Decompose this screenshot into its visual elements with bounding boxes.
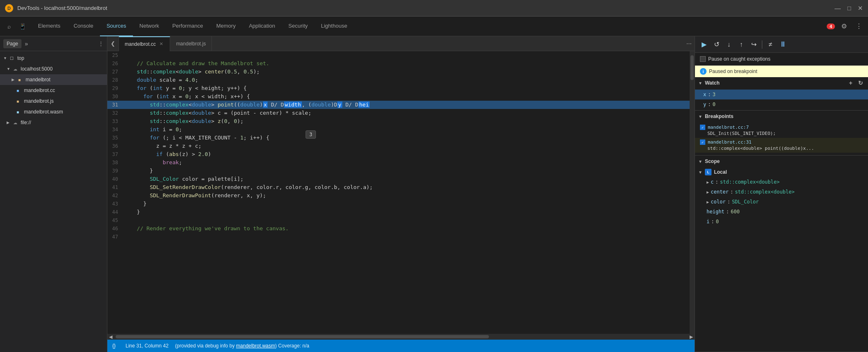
horizontal-scrollbar[interactable]: ◀ ▶	[107, 334, 695, 340]
info-icon: i	[700, 68, 707, 75]
table-row: 27 std::complex<double> center(0.5, 0.5)…	[107, 68, 690, 76]
format-icon[interactable]: ⋯	[683, 36, 695, 51]
scope-var-name: i	[707, 219, 709, 224]
close-button[interactable]: ✕	[858, 5, 863, 12]
bp-code-1: SDL_Init(SDL_INIT_VIDEO);	[700, 131, 863, 136]
step-over-button[interactable]: ↺	[711, 39, 722, 50]
chevron-down-icon: ▼	[698, 159, 702, 164]
scope-local-label: Local	[714, 169, 727, 175]
tree-item-mandelbrot-wasm[interactable]: ■ mandelbrot.wasm	[0, 106, 107, 117]
scope-item-c[interactable]: ▶ c : std::complex<double>	[695, 177, 868, 187]
pause-exceptions-section: Pause on caught exceptions	[695, 53, 868, 66]
table-row: 39 }	[107, 167, 690, 175]
close-tab-cc-icon[interactable]: ✕	[158, 41, 164, 47]
more-options-icon[interactable]: ⋮	[853, 21, 865, 32]
refresh-watch-icon[interactable]: ↻	[856, 80, 865, 86]
scope-var-name: height	[707, 209, 724, 215]
device-icon[interactable]: 📱	[17, 21, 28, 32]
tree-item-top[interactable]: ▼ ☐ top	[0, 53, 107, 64]
scope-local-group[interactable]: ▼ L Local	[695, 167, 868, 177]
breakpoints-section-header[interactable]: ▼ Breakpoints	[695, 111, 868, 122]
scope-var-value: 0	[716, 219, 719, 224]
tree-item-mandelbrot-js[interactable]: ■ mandelbrot.js	[0, 96, 107, 106]
editor-tabs: ❮ mandelbrot.cc ✕ mandelbrot.js ⋯	[107, 36, 695, 51]
maximize-button[interactable]: □	[847, 5, 851, 12]
vertical-scrollbar[interactable]	[690, 51, 695, 334]
scope-var-name: c	[711, 179, 714, 185]
tree-item-mandelbrot[interactable]: ▶ ■ mandelbrot	[0, 74, 107, 85]
wasm-link[interactable]: mandelbrot.wasm	[236, 343, 275, 349]
tree-item-localhost[interactable]: ▼ ☁ localhost:5000	[0, 64, 107, 74]
tree-label-file: file://	[21, 120, 31, 125]
watch-item-y[interactable]: y : 0	[695, 99, 868, 109]
tree-item-mandelbrot-cc[interactable]: ■ mandelbrot.cc	[0, 85, 107, 96]
tree-item-file[interactable]: ▶ ☁ file://	[0, 117, 107, 128]
editor-tab-mandelbrot-cc[interactable]: mandelbrot.cc ✕	[119, 36, 170, 51]
table-row: 25	[107, 51, 690, 59]
paused-banner: i Paused on breakpoint	[695, 66, 868, 77]
watch-item-x[interactable]: x : 3	[695, 90, 868, 99]
tab-network[interactable]: Network	[133, 17, 166, 36]
deactivate-breakpoints-icon[interactable]: ≠	[765, 39, 776, 50]
settings-icon[interactable]: ⚙	[838, 21, 850, 32]
scope-item-height[interactable]: height : 600	[695, 207, 868, 217]
table-row: 43 }	[107, 200, 690, 208]
step-into-button[interactable]: ↓	[723, 39, 735, 50]
scope-var-value: 600	[731, 209, 740, 215]
file-icon: ■	[17, 88, 22, 93]
chevron-down-icon: ▼	[3, 56, 8, 60]
frame-icon: ☐	[10, 56, 16, 61]
inspect-icon[interactable]: ⌕	[3, 21, 15, 32]
step-button[interactable]: ↪	[748, 39, 759, 50]
devtools-icons: ⌕ 📱	[3, 21, 28, 32]
window-title: DevTools - localhost:5000/mandelbrot	[17, 5, 107, 11]
pause-exceptions-checkbox[interactable]: Pause on caught exceptions	[700, 56, 771, 62]
tab-nav-back-icon[interactable]: ❮	[107, 36, 119, 51]
top-tabbar: ⌕ 📱 Elements Console Sources Network Per…	[0, 17, 868, 36]
tab-security[interactable]: Security	[282, 17, 314, 36]
sidebar-menu-icon[interactable]: ⋮	[98, 40, 104, 47]
toolbar-separator	[762, 40, 762, 49]
titlebar: D DevTools - localhost:5000/mandelbrot —…	[0, 0, 868, 17]
scope-item-i[interactable]: i : 0	[695, 217, 868, 227]
breakpoints-list: ✓ mandelbrot.cc:7 SDL_Init(SDL_INIT_VIDE…	[695, 122, 868, 155]
format-icon[interactable]: {}	[112, 343, 116, 349]
table-row: 47	[107, 233, 690, 241]
bp-checkbox-1[interactable]: ✓	[700, 125, 705, 130]
code-scroll-area[interactable]: 25 26 // Calculate and draw the Mandelbr…	[107, 51, 695, 334]
scope-item-color[interactable]: ▶ color : SDL_Color	[695, 197, 868, 207]
sidebar-tree: ▼ ☐ top ▼ ☁ localhost:5000 ▶ ■ mandelbro…	[0, 51, 107, 352]
tab-sources[interactable]: Sources	[100, 17, 133, 36]
h-scrollbar-track	[114, 335, 688, 339]
bp-filename-1: mandelbrot.cc:7	[708, 125, 749, 130]
tab-application[interactable]: Application	[242, 17, 282, 36]
bp-checkbox-2[interactable]: ✓	[700, 139, 705, 145]
app-logo: D	[5, 4, 13, 12]
pause-indicator-icon[interactable]: ⏸	[777, 39, 789, 50]
step-out-button[interactable]: ↑	[735, 39, 747, 50]
table-row: 40 SDL_Color color = palette[i];	[107, 175, 690, 183]
editor-container: ❮ mandelbrot.cc ✕ mandelbrot.js ⋯ 25	[107, 36, 695, 352]
pause-exceptions-label: Pause on caught exceptions	[708, 56, 771, 62]
sidebar-more-icon[interactable]: »	[25, 40, 28, 47]
scope-var-name: color	[711, 199, 726, 205]
bp-code-2: std::complex<double> point((double)x...	[700, 146, 863, 151]
scope-section-header[interactable]: ▼ Scope	[695, 156, 868, 167]
table-row: 37 if (abs(z) > 2.0)	[107, 150, 690, 158]
resume-button[interactable]: ▶	[698, 39, 710, 50]
add-watch-icon[interactable]: +	[847, 80, 855, 86]
scope-item-center[interactable]: ▶ center : std::complex<double>	[695, 187, 868, 197]
watch-section-header[interactable]: ▼ Watch + ↻	[695, 77, 868, 89]
tree-label-mandelbrot-cc: mandelbrot.cc	[24, 87, 55, 93]
main-content: Page » ⋮ ▼ ☐ top ▼ ☁ localhost:5000 ▶ ■ …	[0, 36, 868, 352]
editor-tab-mandelbrot-js[interactable]: mandelbrot.js	[170, 36, 212, 51]
scope-section: ▼ Scope ▼ L Local ▶ c : std::complex<dou…	[695, 156, 868, 352]
sidebar-tab-page[interactable]: Page	[3, 39, 21, 48]
minimize-button[interactable]: —	[835, 5, 841, 12]
tab-lighthouse[interactable]: Lighthouse	[314, 17, 354, 36]
tab-elements[interactable]: Elements	[31, 17, 67, 36]
tab-performance[interactable]: Performance	[166, 17, 209, 36]
tab-memory[interactable]: Memory	[210, 17, 242, 36]
chevron-right-icon: ▶	[707, 200, 709, 204]
tab-console[interactable]: Console	[67, 17, 100, 36]
